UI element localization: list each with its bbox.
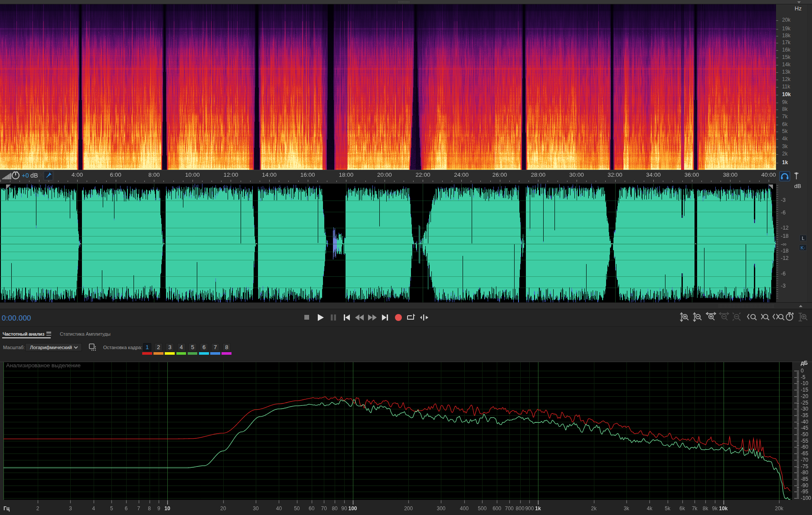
svg-text:+0: +0 <box>22 172 29 179</box>
svg-text:dB: dB <box>30 172 38 179</box>
